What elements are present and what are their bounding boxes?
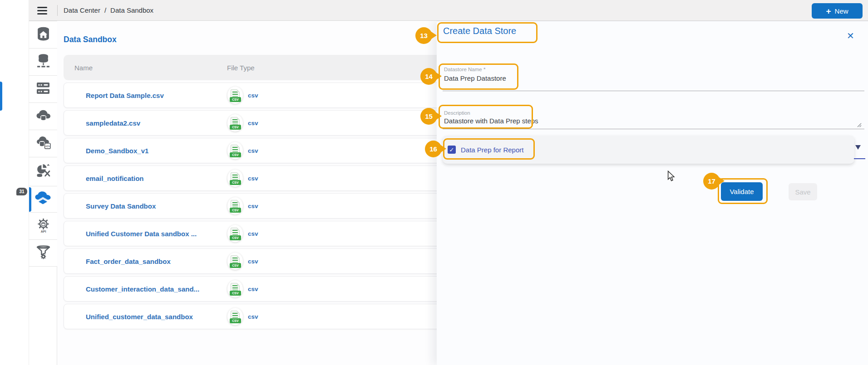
cloud-code-icon: </>: [36, 136, 51, 151]
sandbox-name-link[interactable]: Unified_customer_data_sandbox: [86, 313, 193, 321]
breadcrumb: Data Center / Data Sandbox: [64, 6, 153, 14]
csv-file-icon: CSV: [227, 197, 243, 214]
file-type-label: csv: [248, 203, 258, 209]
sandbox-name-link[interactable]: email_notification: [86, 175, 144, 182]
validate-button[interactable]: Validate: [721, 182, 763, 201]
callout-badge-14: 14: [420, 68, 437, 85]
input-underline: [443, 91, 864, 91]
sandbox-name-link[interactable]: Unified Customer Data sandbox ...: [86, 230, 197, 238]
cloud-database-icon: [36, 109, 51, 124]
mouse-cursor: [667, 170, 676, 184]
server-rack-icon: [36, 81, 50, 97]
select-underline: [854, 158, 865, 159]
subnav-cloud-database[interactable]: [29, 103, 57, 130]
csv-file-icon: CSV: [227, 142, 243, 159]
file-type-label: csv: [248, 92, 258, 99]
csv-file-icon: CSV: [227, 170, 243, 187]
textarea-resize-handle[interactable]: [857, 121, 862, 129]
subnav-datastore-home[interactable]: [29, 21, 57, 49]
sandbox-name-link[interactable]: Survey Data Sandbox: [86, 202, 156, 210]
subnav-funnel[interactable]: [29, 240, 57, 267]
top-header: [29, 0, 868, 21]
plus-icon: +: [826, 7, 831, 15]
data-prep-checkbox-label: Data Prep for Report: [461, 146, 523, 154]
textarea-underline: [443, 129, 864, 129]
breadcrumb-data-sandbox[interactable]: Data Sandbox: [110, 6, 153, 14]
file-type-label: csv: [248, 313, 258, 320]
create-data-store-panel: Create Data Store ✕ Datastore Name * Dat…: [437, 21, 868, 365]
subnav-database-cluster[interactable]: [29, 49, 57, 76]
primary-sidebar: [0, 0, 29, 365]
callout-badge-17: 17: [703, 173, 720, 190]
select-dropdown-arrow-icon[interactable]: [855, 145, 861, 150]
data-transform-icon: [36, 164, 51, 180]
datastore-name-input[interactable]: Data Prep Datastore: [444, 74, 506, 82]
active-subitem-indicator: [29, 187, 31, 212]
sandbox-cloud-icon: [35, 191, 52, 208]
datastore-name-label: Datastore Name *: [444, 67, 485, 72]
data-prep-option-card[interactable]: ✓ Data Prep for Report: [443, 136, 854, 164]
database-home-icon: [36, 26, 51, 43]
description-label: Description: [444, 110, 470, 116]
svg-text:API: API: [40, 230, 46, 233]
csv-file-icon: CSV: [227, 225, 243, 242]
header-divider: [57, 5, 58, 16]
column-header-file-type: File Type: [227, 64, 255, 72]
file-type-label: csv: [248, 147, 258, 154]
subnav-data-sandbox-active[interactable]: [29, 186, 57, 213]
sandbox-name-link[interactable]: sampledata2.csv: [86, 119, 140, 127]
sandbox-name-link[interactable]: Report Data Sample.csv: [86, 92, 164, 99]
csv-file-icon: CSV: [227, 280, 243, 297]
csv-file-icon: CSV: [227, 308, 243, 325]
subnav-data-transform[interactable]: [29, 157, 57, 186]
app-window: Data Center / Data Sandbox + New 31 <: [0, 0, 868, 365]
subnav-api[interactable]: API: [29, 213, 57, 240]
file-type-label: csv: [248, 286, 258, 292]
api-gear-icon: API: [36, 218, 50, 235]
breadcrumb-data-center[interactable]: Data Center: [64, 6, 100, 14]
file-type-label: csv: [248, 258, 258, 265]
subnav-servers[interactable]: [29, 76, 57, 103]
csv-file-icon: CSV: [227, 253, 243, 270]
notification-count-badge: 31: [16, 188, 27, 195]
file-type-label: csv: [248, 120, 258, 127]
svg-text:</>: </>: [45, 145, 49, 148]
file-type-label: csv: [248, 175, 258, 182]
subnav-cloud-code[interactable]: </>: [29, 130, 57, 157]
sandbox-name-link[interactable]: Demo_Sandbox_v1: [86, 147, 148, 155]
callout-badge-13: 13: [415, 27, 432, 44]
callout-badge-15: 15: [420, 108, 437, 125]
column-header-name: Name: [74, 64, 93, 72]
page-title: Data Sandbox: [64, 35, 117, 44]
file-type-label: csv: [248, 230, 258, 237]
sandbox-name-link[interactable]: Fact_order_data_sandbox: [86, 258, 171, 265]
close-icon[interactable]: ✕: [847, 30, 854, 41]
data-prep-checkbox[interactable]: ✓: [448, 146, 456, 154]
hamburger-menu-icon[interactable]: [37, 7, 47, 15]
description-input[interactable]: Datastore with Data Prep steps: [444, 117, 538, 125]
breadcrumb-separator: /: [104, 6, 106, 14]
csv-file-icon: CSV: [227, 87, 243, 104]
sandbox-name-link[interactable]: Customer_interaction_data_sand...: [86, 285, 199, 293]
database-cluster-icon: [36, 54, 50, 70]
save-button[interactable]: Save: [789, 183, 817, 200]
active-item-indicator: [0, 82, 2, 111]
new-button[interactable]: + New: [812, 3, 863, 19]
csv-file-icon: CSV: [227, 114, 243, 131]
funnel-gear-icon: [36, 245, 50, 261]
callout-badge-16: 16: [425, 141, 442, 157]
panel-title: Create Data Store: [443, 26, 516, 36]
